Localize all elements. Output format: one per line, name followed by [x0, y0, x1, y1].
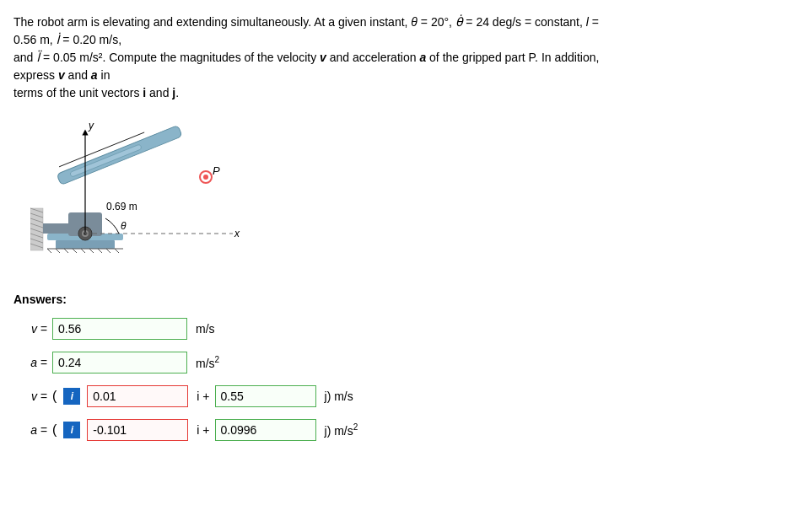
- a-magnitude-input[interactable]: [52, 352, 187, 373]
- problem-line3: terms of the unit vectors i and j.: [13, 86, 179, 99]
- distance-label: 0.69 m: [106, 201, 137, 212]
- v-magnitude-input[interactable]: [52, 318, 187, 340]
- svg-rect-1: [56, 240, 115, 249]
- robot-arm-diagram: P y x θ 0.69 m: [30, 116, 267, 276]
- a-open-paren: (: [52, 422, 57, 438]
- svg-line-10: [106, 249, 110, 253]
- svg-line-7: [81, 249, 85, 253]
- v-magnitude-label: v =: [13, 322, 47, 336]
- a-magnitude-row: a = m/s2: [13, 352, 779, 373]
- problem-text: The robot arm is elevating and extending…: [13, 13, 604, 102]
- problem-line1: The robot arm is elevating and extending…: [13, 15, 599, 46]
- v-magnitude-row: v = m/s: [13, 318, 779, 340]
- svg-line-4: [56, 249, 60, 253]
- svg-point-19: [203, 175, 208, 180]
- svg-line-3: [47, 249, 51, 253]
- svg-text:y: y: [88, 120, 94, 132]
- problem-line2: and l̈ = 0.05 m/s². Compute the magnitud…: [13, 51, 599, 82]
- svg-text:x: x: [234, 228, 240, 239]
- a-vector-label: a =: [13, 423, 47, 437]
- diagram-area: P y x θ 0.69 m: [30, 116, 267, 276]
- svg-line-5: [64, 249, 68, 253]
- v-vector-row: v = ( i i + j) m/s: [13, 385, 779, 407]
- a-magnitude-unit: m/s2: [196, 355, 219, 370]
- a-i-plus: i +: [197, 423, 209, 437]
- v-i-plus: i +: [197, 390, 209, 403]
- svg-line-9: [98, 249, 102, 253]
- svg-line-8: [89, 249, 94, 253]
- a-i-input[interactable]: [87, 419, 188, 441]
- a-j-unit: j) m/s2: [325, 422, 358, 438]
- svg-line-6: [73, 249, 77, 253]
- a-i-badge: i: [63, 422, 80, 438]
- svg-line-11: [115, 249, 119, 253]
- answers-label: Answers:: [13, 293, 779, 306]
- answers-section: Answers: v = m/s a = m/s2 v = ( i i + j)…: [13, 293, 779, 441]
- v-j-unit: j) m/s: [325, 390, 353, 403]
- svg-rect-17: [70, 144, 143, 177]
- a-magnitude-label: a =: [13, 356, 47, 369]
- v-magnitude-unit: m/s: [196, 322, 215, 336]
- v-i-badge: i: [63, 388, 80, 405]
- v-j-input[interactable]: [215, 385, 316, 407]
- v-vector-label: v =: [13, 390, 47, 403]
- svg-rect-35: [43, 223, 68, 234]
- svg-text:θ: θ: [121, 220, 127, 232]
- v-open-paren: (: [52, 389, 57, 404]
- v-i-input[interactable]: [87, 385, 188, 407]
- point-p-label: P: [213, 164, 220, 177]
- a-j-input[interactable]: [215, 419, 316, 441]
- a-vector-row: a = ( i i + j) m/s2: [13, 419, 779, 441]
